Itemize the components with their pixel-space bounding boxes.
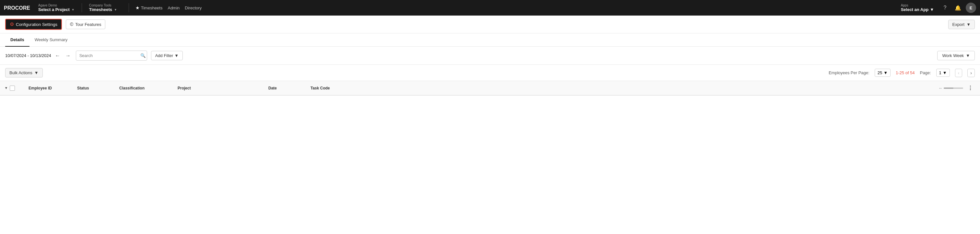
date-prev-button[interactable]: ← (54, 52, 62, 59)
export-chevron: ▼ (966, 22, 970, 27)
search-button[interactable]: 🔍 (137, 51, 147, 60)
fav-link-timesheets[interactable]: Timesheets (141, 5, 163, 10)
per-page-chevron: ▼ (883, 70, 888, 75)
bulk-actions-label: Bulk Actions (10, 70, 32, 75)
per-page-label: Employees Per Page: (829, 70, 870, 75)
apps-main: Select an App ▼ (901, 7, 934, 12)
page-label: Page: (920, 70, 931, 75)
per-page-select[interactable]: 25 ▼ (875, 69, 891, 77)
export-label: Export (953, 22, 965, 27)
project-dropdown-main: Select a Project ▼ (38, 7, 75, 12)
date-range-text: 10/07/2024 - 10/13/2024 (5, 53, 51, 58)
notifications-button[interactable]: 🔔 (953, 3, 963, 13)
fav-link-admin[interactable]: Admin (167, 5, 180, 10)
apps-sub: Apps (901, 3, 934, 7)
nav-divider-2 (129, 3, 129, 12)
tour-icon: © (70, 22, 73, 27)
th-task-code: Task Code (307, 86, 371, 91)
apps-chevron: ▼ (930, 7, 934, 12)
page-value: 1 (939, 70, 942, 75)
company-tools-sub: Company Tools (89, 3, 121, 7)
project-dropdown-chevron: ▼ (72, 8, 75, 11)
slider-arrows-icon: ↔ (939, 86, 942, 91)
workweek-label: Work Week (942, 53, 964, 58)
config-settings-label: Configuration Settings (16, 22, 57, 27)
th-project: Project (174, 86, 264, 91)
tabs-row: Details Weekly Summary (0, 33, 980, 47)
workweek-chevron: ▼ (966, 53, 970, 58)
toolbar-right: Export ▼ (948, 20, 975, 29)
table-header: ▾ Employee ID Status Classification Proj… (0, 81, 980, 96)
per-page-value: 25 (878, 70, 882, 75)
toolbar-row: ⚙ Configuration Settings © Tour Features… (0, 16, 980, 33)
workweek-button[interactable]: Work Week ▼ (937, 51, 975, 60)
search-input[interactable] (76, 51, 137, 60)
company-tools-dropdown[interactable]: Company Tools Timesheets ▼ (86, 2, 125, 13)
slider-track (944, 88, 963, 89)
star-icon: ★ (135, 5, 140, 10)
slider-fill (944, 88, 953, 89)
date-range: 10/07/2024 - 10/13/2024 ← → (5, 52, 72, 59)
configuration-settings-button[interactable]: ⚙ Configuration Settings (5, 19, 62, 30)
page-info: 1-25 of 54 (896, 70, 915, 75)
bulk-actions-row: Bulk Actions ▼ Employees Per Page: 25 ▼ … (0, 65, 980, 81)
export-button[interactable]: Export ▼ (948, 20, 975, 29)
expand-all-chevron[interactable]: ▾ (5, 86, 7, 90)
th-right-controls: ↔ ⋮ (939, 84, 975, 92)
favorites-links: Timesheets Admin Directory (141, 5, 202, 10)
date-next-button[interactable]: → (64, 52, 72, 59)
topnav-right: Apps Select an App ▼ ? 🔔 E (898, 2, 976, 13)
tab-details[interactable]: Details (5, 33, 30, 47)
company-tools-main: Timesheets ▼ (89, 7, 121, 12)
fav-link-directory[interactable]: Directory (185, 5, 202, 10)
column-width-slider[interactable]: ↔ (939, 86, 963, 91)
apps-dropdown[interactable]: Apps Select an App ▼ (898, 2, 937, 13)
help-button[interactable]: ? (940, 3, 950, 13)
page-select-chevron: ▼ (943, 70, 947, 75)
gear-icon: ⚙ (10, 21, 14, 27)
bulk-row-right: Employees Per Page: 25 ▼ 1-25 of 54 Page… (829, 69, 975, 77)
th-status: Status (73, 86, 115, 91)
nav-divider-1 (82, 3, 82, 12)
filter-row: 10/07/2024 - 10/13/2024 ← → 🔍 Add Filter… (0, 47, 980, 65)
page-select[interactable]: 1 ▼ (936, 69, 950, 77)
company-tools-chevron: ▼ (114, 8, 117, 11)
tour-features-label: Tour Features (75, 22, 101, 27)
th-date: Date (264, 86, 307, 91)
project-dropdown-sub: Agave Demo (38, 3, 75, 7)
user-avatar[interactable]: E (966, 3, 976, 13)
th-check-col: ▾ (5, 86, 25, 91)
add-filter-chevron: ▼ (174, 53, 178, 58)
tour-features-button[interactable]: © Tour Features (66, 19, 106, 29)
th-employee-id: Employee ID (25, 86, 73, 91)
page-next-button[interactable]: › (967, 69, 975, 77)
select-all-checkbox[interactable] (10, 86, 15, 91)
bulk-actions-chevron: ▼ (34, 70, 38, 75)
svg-text:PROCORE: PROCORE (4, 5, 30, 11)
favorites-section: ★ Timesheets Admin Directory (133, 5, 205, 10)
procore-logo[interactable]: PROCORE (4, 4, 30, 12)
top-navigation: PROCORE Agave Demo Select a Project ▼ Co… (0, 0, 980, 16)
page-prev-button[interactable]: ‹ (955, 69, 963, 77)
th-classification: Classification (115, 86, 174, 91)
add-filter-button[interactable]: Add Filter ▼ (151, 51, 183, 60)
filter-row-right: Work Week ▼ (937, 51, 975, 60)
add-filter-label: Add Filter (155, 53, 173, 58)
project-dropdown[interactable]: Agave Demo Select a Project ▼ (35, 2, 78, 13)
column-options-button[interactable]: ⋮ (966, 84, 975, 92)
bulk-actions-button[interactable]: Bulk Actions ▼ (5, 68, 43, 78)
tab-weekly-summary[interactable]: Weekly Summary (30, 33, 73, 47)
search-input-wrap: 🔍 (76, 51, 147, 60)
